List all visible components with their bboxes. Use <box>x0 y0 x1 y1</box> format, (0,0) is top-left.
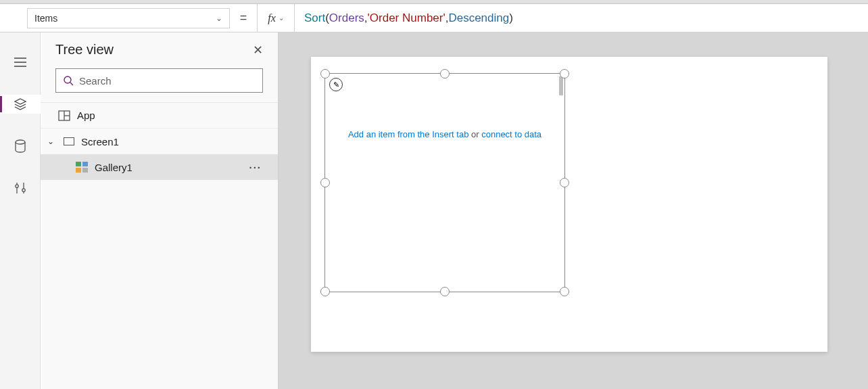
gallery-icon <box>76 162 88 173</box>
hint-separator: or <box>468 129 481 139</box>
search-icon <box>63 75 74 86</box>
layers-icon <box>14 97 27 111</box>
svg-point-7 <box>15 185 18 187</box>
search-input[interactable] <box>79 75 256 87</box>
svg-rect-17 <box>82 168 88 173</box>
close-icon[interactable]: ✕ <box>253 43 263 58</box>
formula-token-paren: ) <box>509 12 513 25</box>
chevron-down-icon: ⌄ <box>279 14 284 22</box>
resize-handle-tr[interactable] <box>560 69 569 78</box>
svg-rect-15 <box>82 162 88 166</box>
chevron-down-icon: ⌄ <box>216 14 222 23</box>
svg-rect-16 <box>76 168 81 173</box>
formula-token-keyword: Descending <box>448 12 509 25</box>
formula-token-identifier: Orders <box>329 12 364 25</box>
svg-marker-3 <box>15 99 26 104</box>
property-selector[interactable]: Items ⌄ <box>27 8 230 28</box>
tree-item-app[interactable]: App <box>41 103 278 129</box>
search-box[interactable] <box>55 68 263 93</box>
gallery-empty-hint: Add an item from the Insert tab or conne… <box>325 129 564 139</box>
more-options-button[interactable]: ··· <box>249 162 262 173</box>
chevron-down-icon[interactable]: ⌄ <box>47 137 57 146</box>
svg-rect-14 <box>76 162 81 166</box>
rail-data-button[interactable] <box>0 137 41 156</box>
screen-icon <box>64 137 74 145</box>
tree-item-label: Gallery1 <box>95 162 132 173</box>
formula-token-function: Sort <box>304 12 325 25</box>
hamburger-menu-button[interactable] <box>0 53 41 72</box>
resize-handle-ml[interactable] <box>320 178 330 187</box>
tree-view-panel: Tree view ✕ App ⌄ <box>41 32 279 389</box>
database-icon <box>14 139 26 153</box>
resize-handle-tl[interactable] <box>320 69 330 78</box>
gallery-scrollbar[interactable] <box>559 76 563 95</box>
tree-item-label: App <box>77 110 95 121</box>
connect-data-link[interactable]: connect to data <box>481 129 541 139</box>
sliders-icon <box>14 181 26 195</box>
equals-sign: = <box>230 11 257 25</box>
resize-handle-mr[interactable] <box>560 178 569 187</box>
canvas-area[interactable]: ✎ Add an item from the Insert tab or con… <box>279 32 868 389</box>
resize-handle-bl[interactable] <box>320 287 330 296</box>
formula-bar: Items ⌄ = fx ⌄ Sort( Orders, 'Order Numb… <box>0 4 868 32</box>
fx-button[interactable]: fx ⌄ <box>257 4 295 32</box>
left-rail <box>0 32 41 389</box>
formula-token-string: 'Order Number' <box>368 12 445 25</box>
screen-canvas[interactable]: ✎ Add an item from the Insert tab or con… <box>311 57 827 352</box>
rail-tree-view-button[interactable] <box>0 95 41 114</box>
resize-handle-tm[interactable] <box>440 69 450 78</box>
insert-tab-link[interactable]: Add an item from the Insert tab <box>348 129 468 139</box>
svg-point-9 <box>64 76 71 83</box>
pencil-icon: ✎ <box>333 81 339 89</box>
edit-template-button[interactable]: ✎ <box>329 78 343 91</box>
svg-point-4 <box>16 140 25 144</box>
property-selector-value: Items <box>34 13 57 24</box>
resize-handle-br[interactable] <box>560 287 569 296</box>
tree-item-label: Screen1 <box>81 136 119 147</box>
tree-view-header: Tree view ✕ <box>41 32 278 64</box>
tree-item-gallery1[interactable]: Gallery1 ··· <box>41 154 278 180</box>
resize-handle-bm[interactable] <box>440 287 450 296</box>
tree-item-screen1[interactable]: ⌄ Screen1 <box>41 129 278 154</box>
search-container <box>41 64 278 102</box>
app-icon <box>58 110 70 121</box>
svg-line-10 <box>70 83 73 85</box>
svg-point-8 <box>22 189 24 191</box>
fx-icon: fx <box>268 12 276 24</box>
main-area: Tree view ✕ App ⌄ <box>0 32 868 389</box>
tree-list: App ⌄ Screen1 Gallery1 ··· <box>41 102 278 180</box>
hamburger-icon <box>14 58 26 67</box>
gallery-selection[interactable]: ✎ Add an item from the Insert tab or con… <box>324 73 565 292</box>
tree-view-title: Tree view <box>55 42 114 58</box>
formula-input[interactable]: Sort( Orders, 'Order Number', Descending… <box>295 4 868 32</box>
rail-advanced-button[interactable] <box>0 179 41 198</box>
